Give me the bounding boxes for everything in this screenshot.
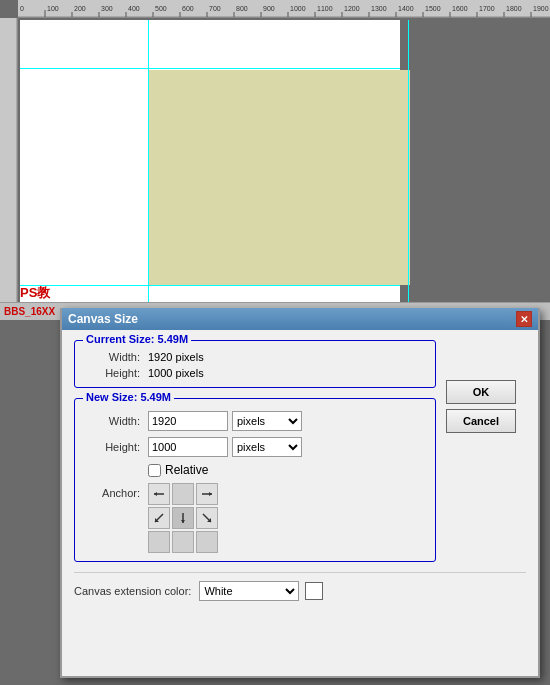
extension-color-preview	[305, 582, 323, 600]
guide-v1	[148, 20, 149, 305]
arrow-down-right-icon	[200, 511, 214, 525]
svg-text:1700: 1700	[479, 5, 495, 12]
anchor-grid	[148, 483, 218, 553]
svg-text:600: 600	[182, 5, 194, 12]
svg-text:1400: 1400	[398, 5, 414, 12]
guide-h1	[20, 68, 400, 69]
canvas-size-dialog: Canvas Size ✕ OK Cancel Current Size: 5.…	[60, 308, 540, 678]
current-width-value: 1920 pixels	[148, 351, 204, 363]
new-height-label: Height:	[85, 441, 140, 453]
canvas-content	[148, 70, 410, 285]
arrow-right-icon	[200, 487, 214, 501]
extension-color-select[interactable]: White Black Gray Foreground Background O…	[199, 581, 299, 601]
svg-text:500: 500	[155, 5, 167, 12]
new-size-group: New Size: 5.49M Width: pixels inches cm …	[74, 398, 436, 562]
svg-text:700: 700	[209, 5, 221, 12]
dialog-body: OK Cancel Current Size: 5.49M Width: 192…	[62, 330, 538, 611]
svg-text:1800: 1800	[506, 5, 522, 12]
dialog-title: Canvas Size	[68, 312, 138, 326]
new-height-input[interactable]	[148, 437, 228, 457]
svg-text:1000: 1000	[290, 5, 306, 12]
svg-text:1300: 1300	[371, 5, 387, 12]
canvas-area: 0 100 200 300 400 500 600 700 800 900 10…	[0, 0, 550, 320]
anchor-cell-mc[interactable]	[172, 507, 194, 529]
anchor-cell-tl[interactable]	[148, 483, 170, 505]
svg-text:300: 300	[101, 5, 113, 12]
cancel-button[interactable]: Cancel	[446, 409, 516, 433]
ruler-left	[0, 18, 18, 320]
anchor-cell-bl[interactable]	[148, 531, 170, 553]
ok-button[interactable]: OK	[446, 380, 516, 404]
new-width-label: Width:	[85, 415, 140, 427]
relative-checkbox-row: Relative	[148, 463, 425, 477]
dialog-content: OK Cancel Current Size: 5.49M Width: 192…	[74, 340, 526, 601]
current-size-group: Current Size: 5.49M Width: 1920 pixels H…	[74, 340, 436, 388]
anchor-cell-mr[interactable]	[196, 507, 218, 529]
anchor-label: Anchor:	[85, 483, 140, 499]
anchor-cell-tc[interactable]	[172, 483, 194, 505]
svg-marker-44	[209, 492, 212, 496]
arrow-down-left-icon	[152, 511, 166, 525]
ps-label: PS教	[20, 284, 50, 302]
ruler-top: 0 100 200 300 400 500 600 700 800 900 10…	[18, 0, 550, 18]
svg-text:400: 400	[128, 5, 140, 12]
dialog-close-button[interactable]: ✕	[516, 311, 532, 327]
svg-text:1900: 1900	[533, 5, 549, 12]
svg-marker-48	[181, 520, 185, 523]
current-width-label: Width:	[85, 351, 140, 363]
arrow-left-icon	[152, 487, 166, 501]
dialog-titlebar: Canvas Size ✕	[62, 308, 538, 330]
svg-text:900: 900	[263, 5, 275, 12]
current-size-label: Current Size: 5.49M	[83, 333, 191, 345]
current-height-value: 1000 pixels	[148, 367, 204, 379]
svg-marker-42	[154, 492, 157, 496]
current-height-row: Height: 1000 pixels	[85, 367, 425, 379]
svg-text:1500: 1500	[425, 5, 441, 12]
svg-text:0: 0	[20, 5, 24, 12]
bbs-label: BBS_16XX	[4, 306, 55, 317]
relative-checkbox[interactable]	[148, 464, 161, 477]
new-width-unit-select[interactable]: pixels inches cm mm	[232, 411, 302, 431]
anchor-section: Anchor:	[85, 483, 425, 553]
svg-text:100: 100	[47, 5, 59, 12]
new-size-label: New Size: 5.49M	[83, 391, 174, 403]
svg-text:1100: 1100	[317, 5, 333, 12]
svg-text:1200: 1200	[344, 5, 360, 12]
anchor-cell-br[interactable]	[196, 531, 218, 553]
guide-v2	[408, 20, 409, 305]
svg-text:800: 800	[236, 5, 248, 12]
anchor-cell-bc[interactable]	[172, 531, 194, 553]
arrow-down-icon	[176, 511, 190, 525]
guide-h2	[20, 285, 400, 286]
svg-text:200: 200	[74, 5, 86, 12]
new-width-row: Width: pixels inches cm mm	[85, 411, 425, 431]
current-height-label: Height:	[85, 367, 140, 379]
new-width-input[interactable]	[148, 411, 228, 431]
relative-label[interactable]: Relative	[165, 463, 208, 477]
svg-text:1600: 1600	[452, 5, 468, 12]
new-height-unit-select[interactable]: pixels inches cm mm	[232, 437, 302, 457]
extension-color-label: Canvas extension color:	[74, 585, 191, 597]
current-width-row: Width: 1920 pixels	[85, 351, 425, 363]
new-height-row: Height: pixels inches cm mm	[85, 437, 425, 457]
dialog-buttons: OK Cancel	[446, 380, 516, 433]
anchor-cell-ml[interactable]	[148, 507, 170, 529]
extension-color-row: Canvas extension color: White Black Gray…	[74, 572, 526, 601]
anchor-cell-tr[interactable]	[196, 483, 218, 505]
